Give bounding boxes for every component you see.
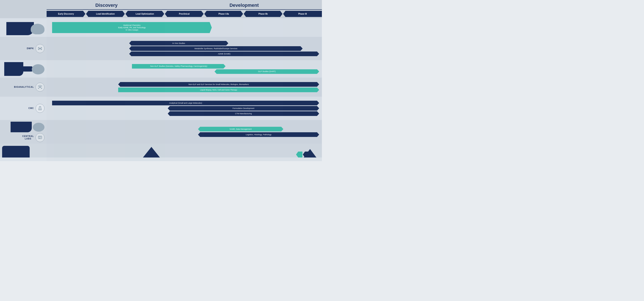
main-container: Discovery Development Early Discovery Le… (0, 0, 322, 161)
central-bar-logistics: Logistics, Histology, Pathology (198, 132, 319, 137)
svg-line-15 (38, 86, 40, 87)
chemistry-bar: Medicinal Chemistry Early ADME, PK, and … (52, 22, 212, 33)
safety-bar-glp: GLP Studies (DART) (214, 69, 319, 74)
safety-blob-dark-left (4, 62, 23, 76)
central-deco (10, 122, 44, 132)
central-labs-label: CENTRAL LABS (22, 135, 34, 140)
svg-line-17 (38, 87, 40, 88)
development-heading: Development (166, 1, 322, 10)
bioanalytical-bar-liquid: Liquid Biopsy, NGS, Cell and Gene Therap… (118, 88, 319, 92)
cmc-sidebar: CMC (0, 98, 46, 118)
bottom-blob-dark (2, 146, 30, 157)
chemistry-tracks: Medicinal Chemistry Early ADME, PK, and … (46, 20, 322, 35)
central-blob-dark (10, 122, 32, 132)
cmc-icon (36, 104, 44, 113)
safety-sidebar (0, 62, 46, 76)
bottom-mountain-left (143, 147, 160, 157)
tab-lead-identification[interactable]: Lead Identification (86, 11, 125, 17)
dmpk-sidebar: DMPK (0, 39, 46, 59)
central-bar-hame: hAME, Data Management (198, 127, 283, 131)
phase-tabs-area: Early Discovery Lead Identification Lead… (46, 11, 322, 17)
bioanalytical-bar-nonglp: Non-GLP and GLP Services for Small Molec… (118, 82, 319, 87)
discovery-heading: Discovery (46, 1, 166, 10)
central-labs-tracks: hAME, Data Management Logistics, Histolo… (46, 122, 322, 142)
chemistry-deco (6, 22, 44, 35)
tab-lead-optimization[interactable]: Lead Optimization (125, 11, 164, 17)
dmpk-label: DMPK (27, 47, 34, 50)
tab-phase-iib[interactable]: Phase IIb (244, 11, 282, 17)
big-label-area: Discovery Development (46, 1, 322, 10)
safety-section: Non-GLP Studies (Genotox, Safety Pharmac… (0, 60, 322, 78)
bioanalytical-tracks: Non-GLP and GLP Services for Small Molec… (46, 79, 322, 95)
tabs-left-spacer (0, 11, 46, 17)
cmc-section: CMC Analytical (Small and Large Molecule… (0, 97, 322, 120)
network-icon (38, 85, 42, 90)
svg-line-16 (40, 86, 42, 87)
chemistry-blob-gray (31, 24, 44, 34)
central-labs-sidebar: CENTRAL LABS (0, 122, 46, 142)
cmc-bar-analytical: Analytical (Small and Large Molecules) (52, 101, 319, 105)
lab-icon (38, 135, 42, 140)
bioanalytical-label: BIOANALYTICAL (14, 86, 34, 88)
cmc-tracks: Analytical (Small and Large Molecules) F… (46, 98, 322, 118)
chemistry-blob-dark (6, 22, 34, 35)
molecule-icon (38, 46, 42, 51)
dmpk-bar-metabolite: Metabolite Syntheses, Radiolabel/Isotope… (129, 46, 302, 51)
svg-line-18 (40, 87, 42, 88)
header-left-spacer (0, 1, 46, 10)
central-labs-section: CENTRAL LABS (0, 120, 322, 144)
bottom-right (46, 144, 322, 157)
safety-bar-nonglp: Non-GLP Studies (Genotox, Safety Pharmac… (132, 64, 226, 69)
bottom-deco-row (0, 144, 322, 157)
content-area: Medicinal Chemistry Early ADME, PK, and … (0, 18, 322, 157)
central-labs-icon (36, 133, 44, 142)
dmpk-bar-adme: ADME (hAME) (129, 52, 319, 56)
central-blob-gray (33, 123, 44, 132)
tab-preclinical[interactable]: Preclinical (165, 11, 204, 17)
dmpk-bar-invivo: In Vivo Studies (129, 41, 228, 46)
bioanalytical-sidebar: BIOANALYTICAL (0, 79, 46, 95)
safety-deco (4, 62, 44, 76)
tab-phase-iii[interactable]: Phase III (283, 11, 322, 17)
bottom-teal-arrows (296, 152, 308, 157)
dmpk-section: DMPK (0, 37, 322, 60)
chemistry-section: Medicinal Chemistry Early ADME, PK, and … (0, 18, 322, 37)
flask-icon (38, 106, 42, 111)
cmc-label: CMC (28, 107, 34, 110)
tab-early-discovery[interactable]: Early Discovery (46, 11, 85, 17)
phase-tabs-row: Early Discovery Lead Identification Lead… (0, 10, 322, 18)
safety-blob-gray (32, 64, 44, 74)
bioanalytical-section: BIOANALYTICAL (0, 78, 322, 97)
dmpk-tracks: In Vivo Studies Metabolite Syntheses, Ra… (46, 39, 322, 59)
safety-tracks: Non-GLP Studies (Genotox, Safety Pharmac… (46, 62, 322, 76)
bottom-left (0, 144, 46, 157)
tab-phase-i-iia[interactable]: Phase I-IIa (204, 11, 243, 17)
cmc-bar-formulation: Formulation Development (168, 106, 319, 111)
dmpk-icon (36, 44, 44, 53)
svg-rect-20 (39, 106, 41, 107)
cmc-bar-ctm: CTM Manufacturing (168, 111, 319, 116)
bioanalytical-icon (36, 83, 44, 92)
header-section: Discovery Development Early Discovery Le… (0, 0, 322, 18)
chemistry-sidebar (0, 20, 46, 35)
